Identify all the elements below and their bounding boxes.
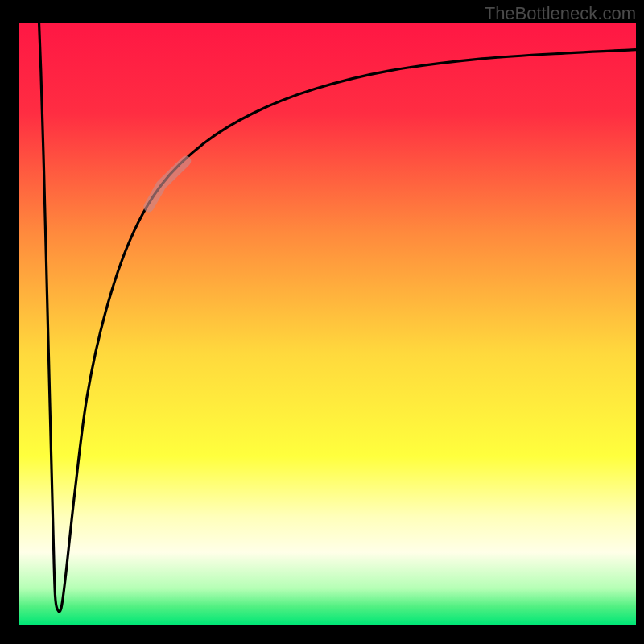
watermark-text: TheBottleneck.com — [485, 3, 636, 24]
frame-left — [0, 0, 19, 644]
frame-right — [636, 0, 644, 644]
frame-bottom — [0, 625, 644, 644]
plot-background — [19, 23, 636, 625]
bottleneck-chart — [0, 0, 644, 644]
chart-container: TheBottleneck.com — [0, 0, 644, 644]
